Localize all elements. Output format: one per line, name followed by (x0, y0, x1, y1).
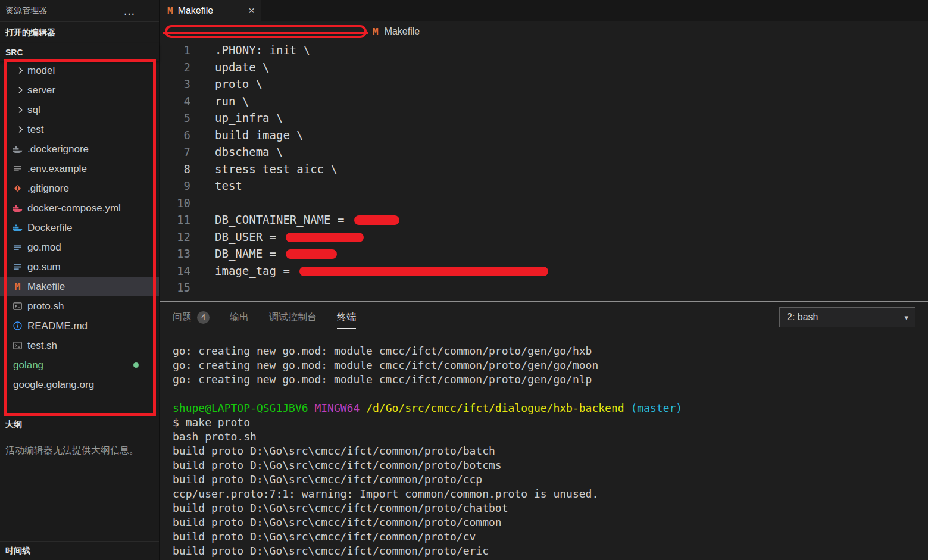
folder-item-model[interactable]: model (0, 61, 159, 80)
panel-tab-终端[interactable]: 终端 (337, 302, 356, 333)
file-label: Makefile (27, 281, 65, 293)
code-line-1[interactable]: 1.PHONY: init \ (160, 42, 928, 59)
code-line-15[interactable]: 15 (160, 279, 928, 296)
breadcrumb-file[interactable]: Makefile (385, 26, 420, 37)
terminal-line: ccp/user.proto:7:1: warning: Import comm… (173, 487, 928, 501)
shell-script-icon (13, 301, 23, 311)
close-tab-icon[interactable]: × (248, 4, 255, 17)
code-line-13[interactable]: 13DB_NAME = (160, 245, 928, 262)
panel-tab-bar: 问题4输出调试控制台终端 2: bash ▾ (160, 302, 928, 333)
file-label: README.md (27, 320, 88, 332)
file-item-docker-compose.yml[interactable]: docker-compose.yml (0, 198, 159, 218)
code-area[interactable]: 1.PHONY: init \2update \3proto \4run \5u… (160, 42, 928, 301)
terminal-line: go: creating new go.mod: module cmcc/ifc… (173, 373, 928, 387)
code-line-10[interactable]: 10 (160, 195, 928, 212)
terminal-segment (360, 402, 366, 414)
file-label: test.sh (27, 340, 57, 352)
line-number: 12 (160, 229, 190, 246)
git-modified-dot (133, 362, 139, 368)
line-number: 14 (160, 262, 190, 280)
go-module-icon (13, 242, 23, 252)
code-line-14[interactable]: 14image_tag = (160, 262, 928, 280)
line-number: 9 (160, 177, 190, 195)
line-number: 7 (160, 143, 190, 161)
file-item-golang[interactable]: golang (0, 355, 159, 375)
file-item-Makefile[interactable]: MMakefile (0, 277, 159, 296)
chevron-right-icon (15, 124, 26, 134)
line-number: 2 (160, 59, 190, 76)
readme-info-icon (13, 321, 23, 331)
panel-tab-输出[interactable]: 输出 (230, 302, 249, 333)
code-line-12[interactable]: 12DB_USER = (160, 229, 928, 246)
code-text: dbschema \ (190, 143, 283, 161)
file-label: server (27, 85, 55, 96)
chevron-right-icon (15, 65, 26, 76)
file-label: model (27, 65, 55, 77)
file-label: test (27, 124, 43, 136)
code-line-2[interactable]: 2update \ (160, 59, 928, 76)
file-label: go.sum (27, 261, 61, 273)
sidebar-explorer: 资源管理器 … 打开的编辑器 SRC modelserversqltest.do… (0, 0, 160, 560)
file-item-proto.sh[interactable]: proto.sh (0, 296, 159, 316)
file-item-.dockerignore[interactable]: .dockerignore (0, 139, 159, 159)
panel-tab-label: 终端 (337, 311, 356, 324)
line-number: 15 (160, 279, 190, 296)
code-line-3[interactable]: 3proto \ (160, 76, 928, 93)
file-label: docker-compose.yml (27, 202, 121, 214)
terminal-output[interactable]: go: creating new go.mod: module cmcc/ifc… (160, 333, 928, 558)
file-item-go.sum[interactable]: go.sum (0, 257, 159, 277)
code-text (190, 279, 215, 296)
file-item-google.golang.org[interactable]: google.golang.org (0, 375, 159, 395)
open-editors-header[interactable]: 打开的编辑器 (0, 21, 159, 43)
code-line-5[interactable]: 5up_infra \ (160, 110, 928, 127)
file-item-go.mod[interactable]: go.mod (0, 237, 159, 257)
terminal-selector[interactable]: 2: bash ▾ (779, 307, 915, 327)
tab-label: Makefile (178, 5, 243, 16)
chevron-down-icon: ▾ (904, 313, 908, 322)
folder-item-sql[interactable]: sql (0, 100, 159, 120)
code-text: run \ (190, 93, 249, 110)
explorer-title: 资源管理器 (5, 5, 47, 16)
src-section-header[interactable]: SRC (0, 43, 159, 61)
code-line-6[interactable]: 6build_image \ (160, 127, 928, 144)
code-line-8[interactable]: 8stress_test_aicc \ (160, 161, 928, 178)
chevron-right-icon (15, 85, 26, 95)
file-item-.gitignore[interactable]: .gitignore (0, 179, 159, 198)
line-number: 13 (160, 245, 190, 262)
outline-header[interactable]: 大纲 (0, 416, 159, 434)
code-line-11[interactable]: 11DB_CONTAINER_NAME = (160, 211, 928, 229)
docker-icon (13, 144, 23, 154)
problems-count-badge: 4 (197, 311, 210, 324)
terminal-segment (308, 402, 315, 414)
file-label: .gitignore (27, 183, 69, 195)
file-item-.env.example[interactable]: .env.example (0, 159, 159, 179)
file-label: golang (13, 359, 43, 371)
outline-message: 活动编辑器无法提供大纲信息。 (0, 434, 149, 458)
panel-tab-label: 调试控制台 (269, 311, 317, 324)
breadcrumb: M Makefile (160, 21, 928, 42)
dockerfile-icon (13, 223, 23, 233)
folder-item-server[interactable]: server (0, 80, 159, 100)
terminal-line: build proto D:\Go\src\cmcc/ifct/common/p… (173, 530, 928, 544)
terminal-line: go: creating new go.mod: module cmcc/ifc… (173, 344, 928, 358)
line-number: 6 (160, 127, 190, 144)
bottom-panel: 问题4输出调试控制台终端 2: bash ▾ go: creating new … (160, 301, 928, 560)
file-item-Dockerfile[interactable]: Dockerfile (0, 218, 159, 237)
file-item-test.sh[interactable]: test.sh (0, 336, 159, 355)
terminal-line: build proto D:\Go\src\cmcc/ifct/common/p… (173, 515, 928, 530)
code-line-9[interactable]: 9test (160, 177, 928, 195)
code-text (190, 195, 215, 212)
panel-tab-问题[interactable]: 问题4 (173, 302, 210, 333)
file-label: sql (27, 104, 40, 116)
panel-tabs: 问题4输出调试控制台终端 (173, 302, 356, 333)
redaction-bar (286, 233, 364, 242)
code-line-4[interactable]: 4run \ (160, 93, 928, 110)
tab-makefile[interactable]: M Makefile × (160, 0, 261, 21)
panel-tab-调试控制台[interactable]: 调试控制台 (269, 302, 317, 333)
file-item-README.md[interactable]: README.md (0, 316, 159, 336)
code-line-7[interactable]: 7dbschema \ (160, 143, 928, 161)
folder-item-test[interactable]: test (0, 120, 159, 139)
more-actions-icon[interactable]: … (123, 8, 136, 14)
terminal-segment: /d/Go/src/cmcc/ifct/dialogue/hxb-backend (366, 402, 624, 414)
timeline-header[interactable]: 时间线 (0, 541, 159, 560)
